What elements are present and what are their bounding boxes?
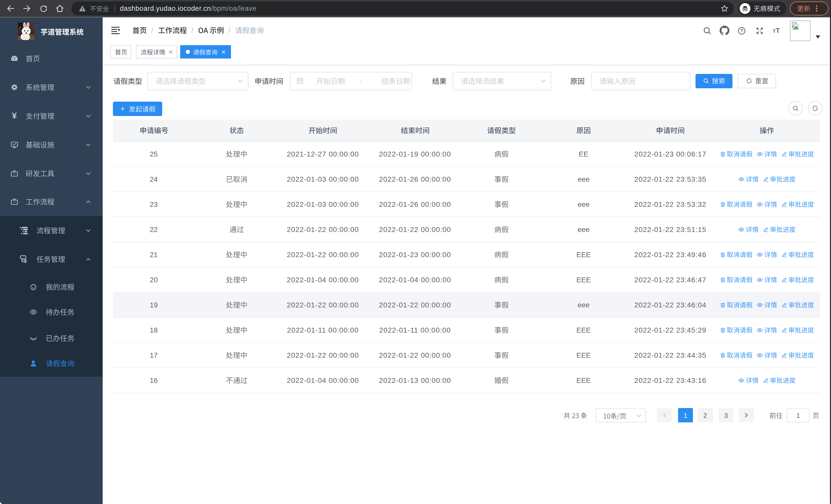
svg-text:?: ?	[740, 28, 743, 33]
svg-text:T: T	[773, 28, 776, 34]
svg-text:T: T	[776, 27, 780, 34]
